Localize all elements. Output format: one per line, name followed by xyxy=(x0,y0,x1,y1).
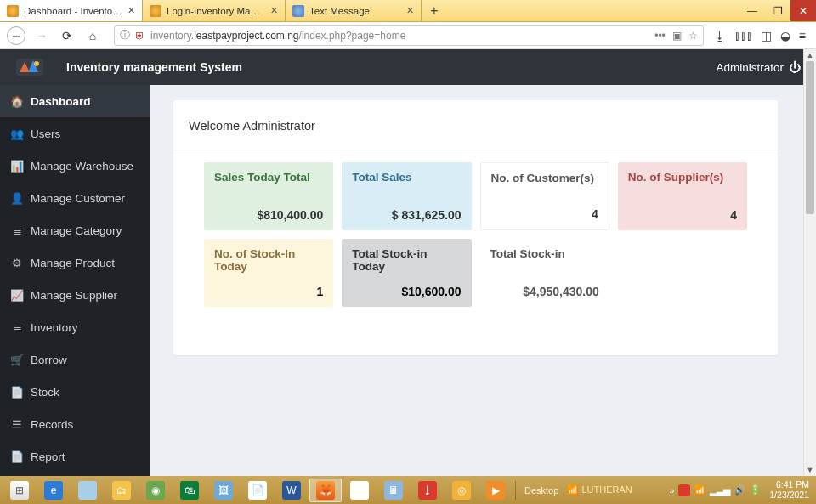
tile-total-stockin: Total Stock-in $4,950,430.00 xyxy=(480,239,609,307)
system-tray[interactable]: » 📶 ▂▃▅ 🔊 🔋 xyxy=(669,484,764,496)
records-icon: ☰ xyxy=(10,418,24,431)
nav-back-button[interactable]: ← xyxy=(7,26,26,45)
svg-point-1 xyxy=(34,61,39,66)
taskbar-media-icon[interactable]: ▶ xyxy=(479,479,512,502)
browser-tab-1[interactable]: Dashboard - Inventory Manage ✕ xyxy=(0,0,143,21)
dashboard-card: Welcome Administrator Sales Today Total … xyxy=(173,100,778,355)
taskbar-ie-icon[interactable]: e xyxy=(37,479,70,502)
taskbar-app2-icon[interactable]: ◎ xyxy=(445,479,478,502)
scrollbar-thumb[interactable] xyxy=(806,61,814,214)
page-actions-icon[interactable]: ••• xyxy=(654,30,666,42)
nav-home-button[interactable]: ⌂ xyxy=(83,26,102,45)
scroll-up-arrow-icon[interactable]: ▲ xyxy=(804,49,816,61)
taskbar-store-icon[interactable]: 🛍 xyxy=(173,479,206,502)
address-bar[interactable]: ⓘ ⛨ inventory.leastpayproject.com.ng/ind… xyxy=(114,25,704,46)
browser-tab-3[interactable]: Text Message ✕ xyxy=(286,0,422,21)
tile-title: No. of Supplier(s) xyxy=(628,171,737,184)
user-menu[interactable]: Administrator ⏻ xyxy=(716,60,801,74)
taskbar-photos-icon[interactable]: 🖼 xyxy=(207,479,240,502)
window-restore-button[interactable]: ❐ xyxy=(765,0,790,21)
sidebar-item-borrow[interactable]: 🛒 Borrow xyxy=(0,343,150,376)
sidebar-item-category[interactable]: ≣ Manage Category xyxy=(0,214,150,246)
taskbar-notepad-icon[interactable] xyxy=(71,479,104,502)
sidebar-item-stock[interactable]: 📄 Stock xyxy=(0,376,150,408)
downloads-icon[interactable]: ⭳ xyxy=(714,29,726,42)
tray-chevron-icon[interactable]: » xyxy=(669,485,674,496)
close-tab-icon[interactable]: ✕ xyxy=(406,5,414,16)
tracking-shield-icon[interactable]: ⛨ xyxy=(135,30,145,42)
library-icon[interactable]: ⫿⫿⫿ xyxy=(734,29,752,42)
taskbar-doc-icon[interactable]: 📄 xyxy=(241,479,274,502)
clock-time: 6:41 PM xyxy=(769,480,809,490)
taskbar-app-icon[interactable]: ◉ xyxy=(139,479,172,502)
taskbar-explorer-icon[interactable]: 🗂 xyxy=(105,479,138,502)
app-menu-icon[interactable]: ≡ xyxy=(799,29,806,42)
page-viewport: Inventory management System Administrato… xyxy=(0,49,816,476)
site-info-icon[interactable]: ⓘ xyxy=(120,28,130,42)
sidebar-item-label: Manage Supplier xyxy=(31,289,117,302)
nav-forward-button[interactable]: → xyxy=(32,26,51,45)
tray-volume-icon[interactable]: 🔊 xyxy=(734,484,745,496)
window-minimize-button[interactable]: — xyxy=(740,0,765,21)
favicon-icon xyxy=(150,5,162,17)
product-icon: ⚙ xyxy=(10,257,24,269)
sidebar-item-customer[interactable]: 👤 Manage Customer xyxy=(0,182,150,214)
close-tab-icon[interactable]: ✕ xyxy=(128,5,135,16)
tile-total-sales: Total Sales $ 831,625.00 xyxy=(342,162,471,230)
start-button[interactable]: ⊞ xyxy=(3,479,36,502)
account-icon[interactable]: ◒ xyxy=(780,29,790,42)
new-tab-button[interactable]: + xyxy=(422,0,447,21)
toolbar-right-icons: ⭳ ⫿⫿⫿ ◫ ◒ ≡ xyxy=(711,29,809,42)
close-tab-icon[interactable]: ✕ xyxy=(270,5,278,16)
browser-tab-2[interactable]: Login-Inventory Management ✕ xyxy=(143,0,286,21)
sidebar-item-records[interactable]: ☰ Records xyxy=(0,408,150,440)
report-icon: 📄 xyxy=(10,450,24,463)
tile-title: Sales Today Total xyxy=(214,171,323,184)
scroll-down-arrow-icon[interactable]: ▼ xyxy=(804,464,816,476)
taskbar-word-icon[interactable]: W xyxy=(275,479,308,502)
tray-network-icon[interactable]: 📶 xyxy=(694,484,706,496)
welcome-text: Welcome Administrator xyxy=(173,100,778,150)
tray-battery-icon[interactable]: 🔋 xyxy=(750,484,761,496)
vertical-scrollbar[interactable]: ▲ ▼ xyxy=(803,49,816,476)
window-close-button[interactable]: ✕ xyxy=(790,0,816,21)
sidebar-item-label: Manage Category xyxy=(31,224,122,237)
tile-suppliers: No. of Supplier(s) 4 xyxy=(618,162,747,230)
taskbar-firefox-icon[interactable]: 🦊 xyxy=(309,479,342,502)
nav-reload-button[interactable]: ⟳ xyxy=(58,26,76,45)
list-icon: ≣ xyxy=(10,224,24,237)
sidebar-item-inventory[interactable]: ≣ Inventory xyxy=(0,311,150,343)
sidebar-item-product[interactable]: ⚙ Manage Product xyxy=(0,246,150,279)
main-content: Welcome Administrator Sales Today Total … xyxy=(150,85,803,476)
sidebar-item-supplier[interactable]: 📈 Manage Supplier xyxy=(0,279,150,311)
tile-title: Total Stock-in xyxy=(490,247,599,260)
tile-value: $810,400.00 xyxy=(214,208,323,222)
taskbar-desktop-indicator[interactable]: Desktop 📶 LUTHERAN xyxy=(519,484,667,496)
sidebar-item-report[interactable]: 📄 Report xyxy=(0,440,150,473)
tray-security-icon[interactable] xyxy=(678,484,690,496)
tile-stockin-today: Total Stock-in Today $10,600.00 xyxy=(342,239,471,307)
supplier-icon: 📈 xyxy=(10,289,24,302)
app-logo xyxy=(8,54,51,80)
tray-signal-icon[interactable]: ▂▃▅ xyxy=(710,485,730,496)
sidebar-item-label: Manage Product xyxy=(31,257,115,269)
sidebar-toggle-icon[interactable]: ◫ xyxy=(761,29,772,42)
taskbar-download-icon[interactable]: ⭣ xyxy=(411,479,444,502)
reader-mode-icon[interactable]: ▣ xyxy=(672,30,682,42)
sidebar-item-warehouse[interactable]: 📊 Manage Warehouse xyxy=(0,150,150,182)
taskbar-calc-icon[interactable]: 🖩 xyxy=(377,479,410,502)
sidebar-item-label: Stock xyxy=(31,386,60,399)
app-title: Inventory management System xyxy=(66,60,242,74)
taskbar-clock[interactable]: 6:41 PM 1/23/2021 xyxy=(766,480,813,499)
bookmark-star-icon[interactable]: ☆ xyxy=(688,30,698,42)
sidebar-item-label: Dashboard xyxy=(31,95,91,108)
user-name: Administrator xyxy=(716,61,784,74)
stats-grid: Sales Today Total $810,400.00 Total Sale… xyxy=(173,150,778,332)
sidebar-item-users[interactable]: 👥 Users xyxy=(0,117,150,150)
warehouse-icon: 📊 xyxy=(10,160,24,173)
taskbar-chrome-icon[interactable]: ◉ xyxy=(343,479,376,502)
sidebar: 🏠 Dashboard 👥 Users 📊 Manage Warehouse 👤… xyxy=(0,85,150,476)
users-icon: 👥 xyxy=(10,127,24,140)
sidebar-item-dashboard[interactable]: 🏠 Dashboard xyxy=(0,85,150,117)
sidebar-item-label: Users xyxy=(31,127,60,140)
